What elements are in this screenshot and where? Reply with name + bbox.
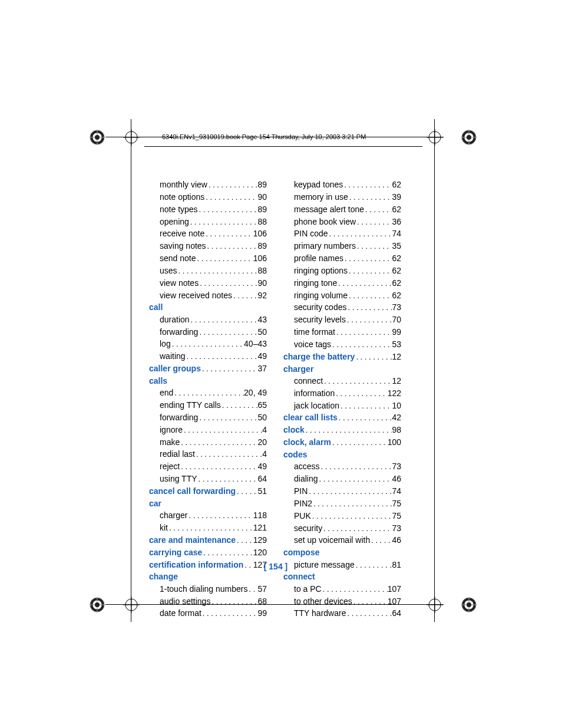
index-label: time format	[294, 326, 335, 338]
dot-leader	[311, 510, 392, 522]
index-entry: PIN74	[283, 485, 401, 498]
index-heading: care and maintenance	[149, 534, 236, 546]
index-page: 121	[253, 522, 267, 533]
index-entry: compose	[283, 546, 401, 558]
index-label: view received notes	[160, 289, 232, 301]
index-label: duration	[160, 314, 190, 325]
dot-leader	[247, 583, 257, 595]
index-label: TTY hardware	[294, 607, 346, 619]
dot-leader	[346, 301, 392, 314]
index-page: 46	[392, 473, 401, 485]
index-page: 122	[388, 387, 401, 399]
header-line	[144, 146, 422, 147]
index-label: opening	[160, 216, 189, 228]
index-page: 10	[392, 400, 401, 411]
index-label: date format	[160, 607, 201, 619]
index-page: 88	[257, 265, 267, 276]
index-page: 53	[392, 338, 401, 350]
index-page: 20, 49	[244, 387, 267, 398]
index-entry: caller groups37	[149, 363, 267, 375]
dot-leader	[328, 228, 392, 240]
index-page: 88	[257, 216, 267, 228]
dot-leader	[187, 509, 253, 522]
index-entry: change	[149, 571, 267, 582]
index-entry: PIN code74	[283, 228, 401, 240]
index-page: 37	[257, 363, 267, 374]
dot-leader	[180, 436, 257, 449]
index-heading: clear call lists	[283, 411, 338, 423]
index-page: 73	[392, 301, 401, 313]
index-entry: access73	[283, 460, 401, 473]
index-label: note options	[160, 191, 204, 203]
dot-leader	[337, 277, 392, 289]
crosshair-icon	[427, 597, 443, 613]
index-entry: cancel call forwarding51	[149, 485, 267, 498]
index-entry: note types89	[149, 203, 267, 216]
registration-mark-icon	[461, 129, 477, 146]
index-page: 49	[257, 350, 267, 362]
dot-leader	[346, 314, 392, 326]
dot-leader	[339, 400, 392, 412]
dot-leader	[305, 424, 392, 436]
dot-leader	[177, 265, 258, 277]
index-page: 64	[257, 473, 267, 485]
dot-leader	[186, 350, 258, 363]
index-page: 74	[392, 485, 401, 497]
index-heading: change	[149, 571, 178, 582]
index-page: 62	[392, 289, 401, 301]
index-page: 129	[253, 534, 267, 546]
index-heading: caller groups	[149, 363, 201, 374]
index-heading: call	[149, 301, 163, 313]
dot-leader	[173, 387, 244, 399]
dot-leader	[308, 485, 392, 498]
index-page: 120	[253, 546, 267, 558]
index-entry: clock, alarm100	[283, 436, 401, 449]
index-entry: forwarding50	[149, 326, 267, 338]
dot-leader	[195, 448, 262, 460]
dot-leader	[318, 473, 392, 485]
crosshair-icon	[123, 129, 140, 146]
index-entry: make20	[149, 436, 267, 449]
index-entry: opening88	[149, 216, 267, 228]
index-label: monthly view	[160, 179, 207, 190]
index-label: voice tags	[294, 338, 331, 350]
dot-leader	[348, 265, 392, 277]
dot-leader	[356, 240, 392, 252]
dot-leader	[197, 473, 258, 485]
index-entry: keypad tones62	[283, 179, 401, 191]
index-label: 1-touch dialing numbers	[160, 583, 247, 595]
index-entry: using TTY64	[149, 473, 267, 485]
dot-leader	[364, 203, 392, 216]
index-entry: date format99	[149, 607, 267, 620]
index-entry: charge the battery12	[283, 351, 401, 363]
dot-leader	[331, 338, 392, 351]
index-page: 62	[392, 265, 401, 276]
dot-leader	[236, 534, 253, 546]
index-entry: set up voicemail with46	[283, 534, 401, 546]
index-entry: view notes90	[149, 277, 267, 289]
index-label: end	[160, 387, 173, 398]
dot-leader	[198, 203, 258, 216]
dot-leader	[204, 191, 257, 203]
index-heading: compose	[283, 546, 319, 558]
index-page: 40–43	[244, 338, 267, 350]
index-page: 62	[392, 277, 401, 289]
index-page: 89	[257, 240, 267, 252]
index-label: set up voicemail with	[294, 534, 370, 546]
index-label: jack location	[294, 400, 339, 411]
index-label: security levels	[294, 314, 346, 325]
index-label: PIN code	[294, 228, 328, 239]
index-entry: voice tags53	[283, 338, 401, 351]
index-label: ignore	[160, 424, 183, 436]
index-entry: to other devices107	[283, 595, 401, 608]
index-label: PIN	[294, 485, 308, 497]
index-page: 92	[257, 289, 267, 301]
index-label: uses	[160, 265, 177, 276]
index-label: redial last	[160, 448, 195, 460]
index-entry: monthly view89	[149, 179, 267, 191]
index-heading: charger	[283, 363, 313, 375]
index-entry: waiting49	[149, 350, 267, 363]
index-label: ending TTY calls	[160, 399, 221, 411]
index-entry: 1-touch dialing numbers57	[149, 583, 267, 595]
index-entry: codes	[283, 449, 401, 460]
